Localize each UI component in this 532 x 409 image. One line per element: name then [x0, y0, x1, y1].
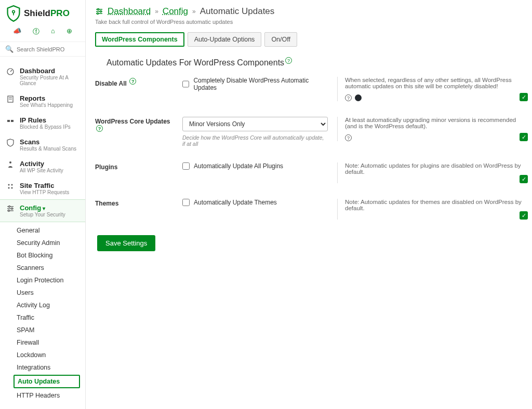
sidebar-item-config[interactable]: Config Setup Your Security: [0, 199, 85, 222]
svg-point-8: [9, 161, 11, 163]
control-hint: Decide how the WordPress Core will autom…: [182, 134, 328, 147]
themes-checkbox-label[interactable]: Automatically Update Themes: [182, 199, 328, 206]
svg-point-9: [8, 184, 10, 186]
themes-checkbox[interactable]: [182, 199, 190, 206]
check-icon: ✓: [520, 211, 528, 220]
search-input[interactable]: [17, 46, 86, 52]
subnav-item-security-admin[interactable]: Security Admin: [0, 237, 85, 249]
sidebar-item-reports[interactable]: Reports See What's Happening: [0, 90, 85, 112]
subnav-list: GeneralSecurity AdminBot BlockingScanner…: [0, 222, 85, 404]
svg-point-11: [8, 187, 10, 189]
subnav-item-activity-log[interactable]: Activity Log: [0, 299, 85, 311]
megaphone-icon[interactable]: 📣: [13, 27, 21, 36]
svg-point-22: [100, 11, 102, 12]
subnav-item-login-protection[interactable]: Login Protection: [0, 274, 85, 287]
activity-icon: [6, 160, 15, 169]
breadcrumb: Dashboard » Config » Automatic Updates: [95, 6, 523, 17]
sidebar-item-site-traffic[interactable]: Site Traffic View HTTP Requests: [0, 178, 85, 199]
sidebar-item-scans[interactable]: Scans Results & Manual Scans: [0, 134, 85, 156]
home-icon[interactable]: ⌂: [51, 27, 55, 36]
disable-all-checkbox-label[interactable]: Completely Disable WordPress Automatic U…: [182, 77, 328, 91]
help-icon[interactable]: ⊕: [66, 27, 72, 36]
sidebar-item-dashboard[interactable]: Dashboard Security Posture At A Glance: [0, 63, 85, 90]
breadcrumb-sep: »: [192, 8, 196, 15]
search-wrap: 🔍: [0, 42, 85, 57]
ip-icon: [6, 117, 15, 125]
svg-rect-6: [7, 120, 10, 122]
check-icon: ✓: [520, 175, 528, 183]
nav-label: IP Rules: [20, 116, 71, 124]
subnav-item-firewall[interactable]: Firewall: [0, 336, 85, 349]
tab-wordpress-components[interactable]: WordPress Components: [95, 32, 184, 47]
row-description: Note: Automatic updates for themes are d…: [337, 199, 523, 220]
subnav-item-scanners[interactable]: Scanners: [0, 262, 85, 274]
tabs: WordPress ComponentsAuto-Update OptionsO…: [95, 32, 523, 47]
brand-name: ShieldPRO: [24, 8, 70, 19]
subnav-item-traffic[interactable]: Traffic: [0, 311, 85, 324]
nav-sublabel: Security Posture At A Glance: [20, 75, 79, 86]
row-description: Note: Automatic updates for plugins are …: [337, 162, 523, 183]
nav-list: Dashboard Security Posture At A Glance R…: [0, 57, 85, 222]
sliders-icon: [6, 204, 15, 213]
plugins-checkbox-label[interactable]: Automatically Update All Plugins: [182, 162, 328, 170]
info-icon[interactable]: ?: [345, 134, 352, 141]
subnav-item-auto-updates[interactable]: Auto Updates: [14, 375, 80, 388]
nav-sublabel: Setup Your Security: [20, 212, 65, 217]
nav-label: Config: [20, 204, 65, 212]
nav-label: Activity: [20, 160, 63, 168]
shield-logo-icon: [6, 5, 21, 22]
breadcrumb-dashboard[interactable]: Dashboard: [108, 6, 151, 17]
info-icon[interactable]: ?: [345, 94, 352, 101]
row-description: When selected, regardless of any other s…: [337, 77, 523, 101]
nav-label: Scans: [20, 138, 76, 146]
tab-auto-update-options[interactable]: Auto-Update Options: [188, 32, 262, 47]
help-icon[interactable]: ?: [129, 78, 136, 85]
subnav-item-integrations[interactable]: Integrations: [0, 361, 85, 374]
sidebar-item-ip-rules[interactable]: IP Rules Blocked & Bypass IPs: [0, 112, 85, 134]
wordpress-icon[interactable]: [355, 94, 362, 101]
svg-point-10: [11, 184, 13, 186]
shield-icon: [6, 139, 15, 147]
page-subtitle: Take back full control of WordPress auto…: [95, 19, 523, 25]
subnav-item-lockdown[interactable]: Lockdown: [0, 349, 85, 361]
help-icon[interactable]: ?: [285, 57, 292, 64]
dashboard-icon: [6, 67, 15, 76]
svg-point-20: [98, 9, 99, 10]
svg-point-0: [12, 10, 15, 13]
row-themes: Themes Automatically Update Themes Note:…: [95, 199, 523, 220]
row-label: Plugins: [95, 162, 173, 171]
nav-label: Site Traffic: [20, 182, 69, 189]
disable-all-checkbox[interactable]: [182, 80, 189, 88]
search-icon: 🔍: [5, 45, 14, 53]
subnav-item-general[interactable]: General: [0, 224, 85, 237]
breadcrumb-sep: »: [155, 8, 158, 15]
core-updates-select[interactable]: Minor Versions Only: [182, 117, 328, 131]
brand: ShieldPRO: [0, 0, 85, 25]
svg-point-24: [97, 13, 99, 15]
traffic-icon: [6, 182, 15, 190]
row-disable-all: Disable All ? Completely Disable WordPre…: [95, 77, 523, 101]
help-icon[interactable]: ?: [96, 125, 103, 132]
nav-label: Dashboard: [20, 67, 79, 75]
subnav-item-spam[interactable]: SPAM: [0, 324, 85, 336]
breadcrumb-current: Automatic Updates: [200, 6, 275, 17]
sidebar: ShieldPRO 📣 ⓕ ⌂ ⊕ 🔍 Dashboard Security P…: [0, 0, 86, 409]
breadcrumb-config[interactable]: Config: [163, 6, 188, 17]
row-label: WordPress Core Updates ?: [95, 117, 173, 134]
reports-icon: [6, 95, 15, 103]
nav-sublabel: All WP Site Activity: [20, 168, 63, 173]
tab-on-off[interactable]: On/Off: [264, 32, 297, 47]
svg-rect-7: [11, 120, 14, 122]
subnav-item-bot-blocking[interactable]: Bot Blocking: [0, 249, 85, 262]
subnav-item-http-headers[interactable]: HTTP Headers: [0, 389, 85, 402]
row-label: Themes: [95, 199, 173, 207]
facebook-icon[interactable]: ⓕ: [33, 27, 39, 36]
subnav-item-users[interactable]: Users: [0, 287, 85, 299]
row-description: At least automatically upgrading minor v…: [337, 117, 523, 141]
main-content: Dashboard » Config » Automatic Updates T…: [86, 0, 532, 409]
sidebar-item-activity[interactable]: Activity All WP Site Activity: [0, 156, 85, 178]
save-button[interactable]: Save Settings: [97, 235, 155, 251]
row-label: Disable All ?: [95, 77, 173, 87]
plugins-checkbox[interactable]: [182, 162, 190, 170]
check-icon: ✓: [520, 93, 528, 101]
